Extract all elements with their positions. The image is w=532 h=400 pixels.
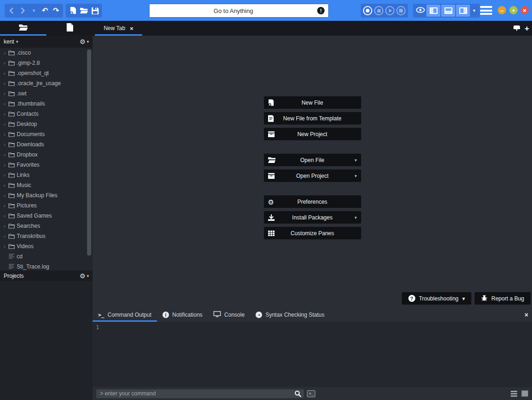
open-project-button[interactable]: Open Project ▾: [264, 169, 361, 182]
close-panel-icon[interactable]: ×: [525, 312, 528, 318]
tree-item[interactable]: › Contacts: [0, 109, 93, 119]
expand-chevron-icon[interactable]: ›: [4, 91, 8, 96]
tree-item[interactable]: › Transkribus: [0, 231, 93, 241]
new-tab-button[interactable]: +: [525, 25, 529, 32]
search-notice-icon[interactable]: !: [317, 7, 325, 14]
toggle-left-pane-button[interactable]: [426, 5, 440, 17]
tree-item[interactable]: › Music: [0, 180, 93, 190]
save-toolbar-button[interactable]: [90, 5, 100, 17]
tree-item[interactable]: › .cisco: [0, 48, 93, 58]
expand-chevron-icon[interactable]: ›: [4, 182, 8, 188]
command-output-area[interactable]: 1: [93, 322, 532, 387]
folder-icon: [8, 213, 17, 219]
history-dropdown-button[interactable]: ▾: [29, 5, 39, 17]
expand-chevron-icon[interactable]: ›: [4, 203, 8, 208]
search-icon[interactable]: [294, 390, 301, 399]
tree-item[interactable]: › Favorites: [0, 160, 93, 170]
expand-chevron-icon[interactable]: ›: [4, 172, 8, 178]
unified-menu-button[interactable]: [480, 6, 492, 15]
expand-chevron-icon[interactable]: ›: [4, 70, 8, 76]
tree-item[interactable]: › Documents: [0, 129, 93, 139]
tab-places[interactable]: [0, 21, 46, 36]
undo-button[interactable]: ↶: [40, 5, 50, 17]
tree-item[interactable]: › .oracle_jre_usage: [0, 78, 93, 88]
expand-chevron-icon[interactable]: ›: [4, 50, 8, 56]
tree-item[interactable]: › .thumbnails: [0, 99, 93, 109]
tab-list-button[interactable]: ▾: [513, 25, 520, 31]
command-input[interactable]: [96, 390, 304, 397]
tree-item[interactable]: › Dropbox: [0, 150, 93, 160]
expand-chevron-icon[interactable]: ›: [4, 223, 8, 229]
caret-down-icon[interactable]: ▾: [355, 158, 357, 162]
forward-button[interactable]: [18, 5, 28, 17]
tree-item[interactable]: › .gimp-2.8: [0, 58, 93, 68]
pane-toggle-icon[interactable]: [521, 390, 528, 397]
go-to-anything-input[interactable]: [150, 4, 317, 17]
tree-item[interactable]: › .swt: [0, 88, 93, 99]
tree-item[interactable]: › cd: [0, 251, 93, 262]
tree-item[interactable]: › Pictures: [0, 200, 93, 211]
tree-scrollbar[interactable]: [87, 50, 91, 256]
expand-chevron-icon[interactable]: ›: [4, 111, 8, 117]
tab-syntax-checking-status[interactable]: ‹› Syntax Checking Status: [250, 308, 330, 322]
tree-item[interactable]: › Downloads: [0, 139, 93, 150]
expand-chevron-icon[interactable]: ›: [4, 193, 8, 198]
new-project-button[interactable]: New Project: [264, 128, 361, 140]
back-button[interactable]: [6, 5, 17, 17]
caret-down-icon[interactable]: ▾: [355, 174, 357, 178]
expand-chevron-icon[interactable]: ›: [4, 131, 8, 137]
tab-console[interactable]: Console: [208, 308, 250, 322]
tree-item[interactable]: › Sti_Trace.log: [0, 262, 93, 270]
tab-command-output[interactable]: >_ Command Output: [93, 308, 157, 322]
tree-item[interactable]: › Saved Games: [0, 211, 93, 221]
maximize-button[interactable]: +: [509, 6, 518, 14]
tree-item[interactable]: › .openshot_qt: [0, 68, 93, 78]
new-file-button[interactable]: New File: [264, 96, 361, 109]
close-window-button[interactable]: ×: [520, 6, 529, 14]
expand-chevron-icon[interactable]: ›: [4, 152, 8, 157]
macro-stop-button[interactable]: [374, 5, 384, 17]
expand-chevron-icon[interactable]: ›: [4, 81, 8, 86]
expand-chevron-icon[interactable]: ›: [4, 213, 8, 219]
new-file-toolbar-button[interactable]: [68, 5, 78, 17]
expand-chevron-icon[interactable]: ›: [4, 233, 8, 239]
caret-down-icon[interactable]: ▾: [355, 215, 357, 220]
macro-record-button[interactable]: [363, 5, 373, 17]
open-file-button[interactable]: Open File ▾: [264, 154, 361, 166]
macro-play-button[interactable]: [385, 5, 395, 17]
tab-new-tab[interactable]: New Tab ×: [95, 21, 142, 36]
redo-button[interactable]: ↷: [51, 5, 61, 17]
projects-settings-button[interactable]: ⚙ ▾: [80, 273, 89, 279]
minimize-button[interactable]: –: [498, 6, 506, 14]
install-packages-button[interactable]: Install Packages ▾: [264, 211, 361, 224]
tree-item[interactable]: › Searches: [0, 221, 93, 231]
expand-chevron-icon[interactable]: ›: [4, 121, 8, 127]
toggle-bottom-pane-button[interactable]: [441, 5, 455, 17]
toggle-right-pane-button[interactable]: [456, 5, 470, 17]
tree-item[interactable]: › Videos: [0, 241, 93, 251]
pane-options-dropdown[interactable]: ▾: [471, 5, 477, 17]
new-file-from-template-button[interactable]: New File from Template: [264, 112, 361, 125]
tab-notifications[interactable]: i Notifications: [157, 308, 208, 322]
tree-item[interactable]: › Links: [0, 170, 93, 180]
expand-chevron-icon[interactable]: ›: [4, 142, 8, 147]
report-a-bug-button[interactable]: Report a Bug: [475, 292, 531, 305]
wrap-lines-icon[interactable]: [511, 391, 517, 397]
tree-item[interactable]: › Desktop: [0, 119, 93, 129]
expand-chevron-icon[interactable]: ›: [4, 244, 8, 249]
expand-chevron-icon[interactable]: ›: [4, 162, 8, 168]
macro-save-button[interactable]: [396, 5, 406, 17]
preferences-button[interactable]: ⚙ Preferences: [264, 195, 361, 208]
places-settings-button[interactable]: ⚙ ▾: [80, 38, 89, 45]
preview-button[interactable]: [415, 5, 426, 17]
expand-chevron-icon[interactable]: ›: [4, 60, 8, 66]
open-terminal-button[interactable]: >_: [307, 390, 315, 397]
expand-chevron-icon[interactable]: ›: [4, 101, 8, 106]
tree-item[interactable]: › My Backup Files: [0, 190, 93, 200]
troubleshooting-button[interactable]: ? Troubleshooting ▾: [402, 292, 472, 305]
customize-panes-button[interactable]: Customize Panes: [264, 227, 361, 239]
open-file-toolbar-button[interactable]: [79, 5, 89, 17]
tab-open-files[interactable]: [46, 21, 93, 36]
tab-close-icon[interactable]: ×: [130, 25, 133, 31]
user-directory-menu[interactable]: kent: [4, 38, 14, 45]
